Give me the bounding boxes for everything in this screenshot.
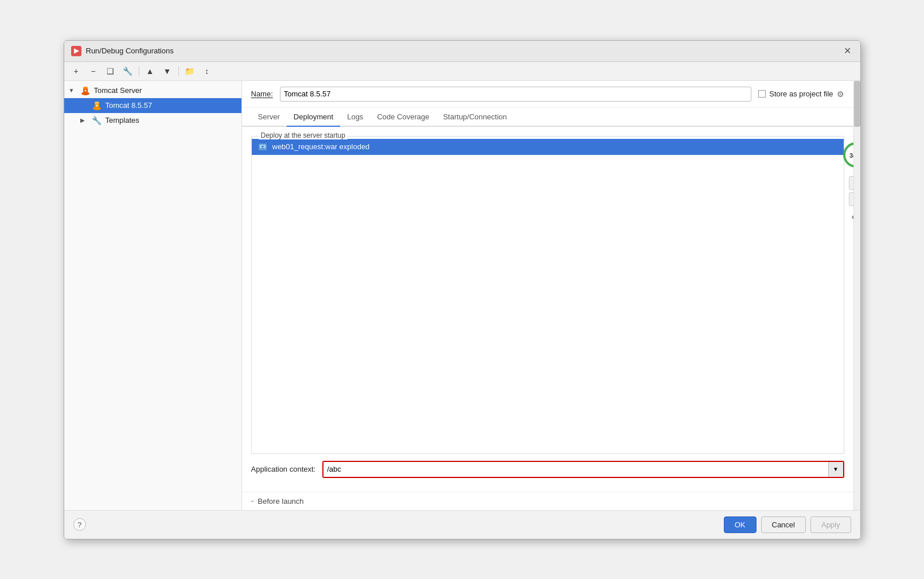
tabs-row: Server Deployment Logs Code Coverage Sta… <box>242 108 853 127</box>
gear-icon[interactable]: ⚙ <box>837 90 844 99</box>
footer: ? OK Cancel Apply <box>64 510 860 539</box>
store-project-checkbox[interactable] <box>758 90 766 98</box>
name-input[interactable] <box>280 87 751 102</box>
sort-button[interactable]: ↕ <box>200 64 215 78</box>
tab-code-coverage[interactable]: Code Coverage <box>370 108 436 127</box>
dialog-icon: ▶ <box>71 46 81 56</box>
before-launch-arrow[interactable]: − <box>251 498 255 504</box>
svg-point-10 <box>262 145 264 147</box>
wrench-button[interactable]: 🔧 <box>120 64 135 78</box>
tab-deployment[interactable]: Deployment <box>287 108 340 127</box>
templates-label: Templates <box>106 116 139 125</box>
tomcat-server-arrow: ▼ <box>69 87 77 94</box>
ok-button[interactable]: OK <box>724 516 757 533</box>
title-bar-left: ▶ Run/Debug Configurations <box>71 46 174 56</box>
toolbar-separator-1 <box>139 66 139 76</box>
name-row: Name: Store as project file ⚙ <box>242 81 853 108</box>
tomcat-server-icon <box>80 86 91 96</box>
tomcat-server-label: Tomcat Server <box>94 86 142 95</box>
scroll-up-button[interactable]: ▲ <box>849 176 853 190</box>
tomcat-instance-icon <box>92 100 102 111</box>
store-project-container: Store as project file ⚙ <box>758 90 844 99</box>
svg-point-7 <box>96 104 98 107</box>
tomcat-instance-arrow <box>80 102 88 108</box>
progress-text: 34% <box>849 152 853 159</box>
scrollbar-thumb[interactable] <box>854 81 860 127</box>
application-context-input[interactable] <box>323 462 828 477</box>
svg-rect-11 <box>261 148 264 149</box>
sidebar-item-tomcat-server-group[interactable]: ▼ Tomcat Server <box>64 83 241 98</box>
deploy-item-label: web01_request:war exploded <box>272 142 370 151</box>
application-context-row: Application context: ▼ <box>251 461 844 483</box>
progress-container: 34% <box>841 141 853 169</box>
templates-icon: 🔧 <box>92 115 102 126</box>
tab-server[interactable]: Server <box>251 108 287 127</box>
tab-startup-connection[interactable]: Startup/Connection <box>436 108 513 127</box>
scrollbar-track[interactable] <box>853 81 860 510</box>
templates-arrow: ▶ <box>80 117 88 123</box>
apply-button[interactable]: Apply <box>810 516 851 533</box>
footer-buttons: OK Cancel Apply <box>724 516 851 533</box>
deploy-list: web01_request:war exploded <box>252 137 844 453</box>
toolbar: + − ❑ 🔧 ▲ ▼ 📁 ↕ <box>64 62 860 81</box>
toolbar-separator-2 <box>178 66 179 76</box>
sidebar: ▼ Tomcat Server <box>64 81 242 510</box>
sidebar-item-templates[interactable]: ▶ 🔧 Templates <box>64 113 241 128</box>
application-context-input-wrap: ▼ <box>322 461 844 478</box>
help-button[interactable]: ? <box>73 518 86 531</box>
add-button[interactable]: + <box>69 64 84 78</box>
cancel-button[interactable]: Cancel <box>761 516 806 533</box>
move-up-button[interactable]: ▲ <box>143 64 158 78</box>
svg-point-3 <box>84 90 87 92</box>
deploy-section: Deploy at the server startup <box>251 136 844 454</box>
panel-content: Deploy at the server startup <box>242 127 853 492</box>
scroll-down-button[interactable]: ▼ <box>849 192 853 206</box>
run-debug-dialog: ▶ Run/Debug Configurations ✕ + − ❑ 🔧 ▲ ▼… <box>64 40 861 539</box>
dialog-title: Run/Debug Configurations <box>86 46 174 55</box>
close-button[interactable]: ✕ <box>842 45 853 57</box>
progress-circle-svg: 34% <box>841 141 853 169</box>
edit-button[interactable]: ✏ <box>849 211 853 224</box>
tomcat-instance-label: Tomcat 8.5.57 <box>106 101 153 110</box>
tab-logs[interactable]: Logs <box>340 108 370 127</box>
folder-button[interactable]: 📁 <box>182 64 197 78</box>
svg-point-6 <box>95 102 99 104</box>
application-context-dropdown[interactable]: ▼ <box>828 462 843 477</box>
deploy-section-wrapper: Deploy at the server startup <box>251 136 844 454</box>
right-panel: Name: Store as project file ⚙ Server Dep… <box>242 81 853 510</box>
store-project-label: Store as project file <box>769 90 833 98</box>
application-context-label: Application context: <box>251 465 316 473</box>
right-controls: 34% ▲ ▼ ✏ <box>847 136 853 229</box>
name-label: Name: <box>251 90 273 98</box>
main-content: ▼ Tomcat Server <box>64 81 860 510</box>
deploy-item[interactable]: web01_request:war exploded <box>252 139 844 155</box>
svg-point-2 <box>83 87 88 89</box>
move-down-button[interactable]: ▼ <box>160 64 175 78</box>
before-launch-label: Before launch <box>258 497 303 506</box>
copy-button[interactable]: ❑ <box>103 64 118 78</box>
deploy-section-label: Deploy at the server startup <box>259 131 348 139</box>
remove-button[interactable]: − <box>86 64 101 78</box>
sidebar-item-tomcat-instance[interactable]: Tomcat 8.5.57 <box>64 98 241 113</box>
title-bar: ▶ Run/Debug Configurations ✕ <box>64 41 860 62</box>
before-launch-section: − Before launch <box>242 492 853 510</box>
deploy-item-icon <box>258 142 268 152</box>
